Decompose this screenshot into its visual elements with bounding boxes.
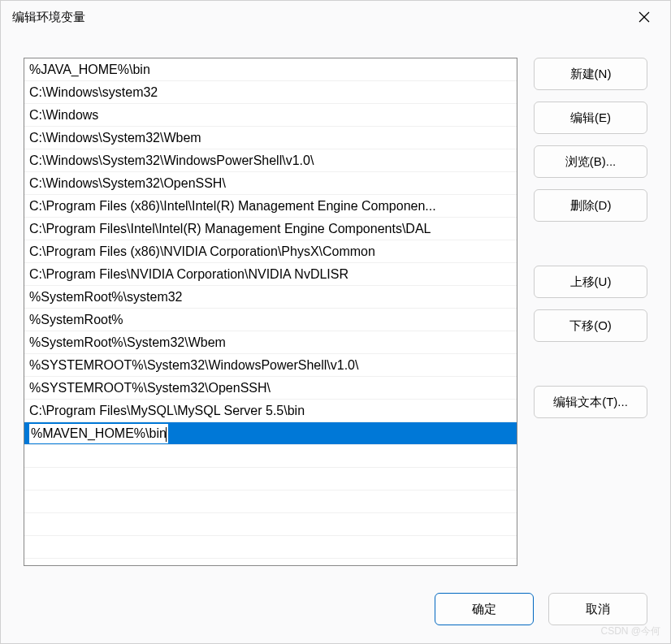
list-item[interactable]: C:\Program Files (x86)\NVIDIA Corporatio… xyxy=(24,240,517,263)
watermark: CSDN @今何 xyxy=(600,625,660,638)
window-title: 编辑环境变量 xyxy=(12,10,85,25)
list-item[interactable]: %SystemRoot%\system32 xyxy=(24,286,517,309)
browse-button[interactable]: 浏览(B)... xyxy=(534,145,647,178)
titlebar: 编辑环境变量 xyxy=(1,1,670,33)
list-item-empty xyxy=(24,536,517,559)
footer: 确定 取消 xyxy=(1,583,670,643)
list-item[interactable]: C:\Program Files\NVIDIA Corporation\NVID… xyxy=(24,263,517,286)
list-item[interactable]: C:\Windows\System32\OpenSSH\ xyxy=(24,172,517,195)
delete-button[interactable]: 删除(D) xyxy=(534,189,647,222)
ok-button[interactable]: 确定 xyxy=(435,593,534,625)
edit-button[interactable]: 编辑(E) xyxy=(534,102,647,134)
list-item[interactable]: C:\Program Files\MySQL\MySQL Server 5.5\… xyxy=(24,400,517,422)
list-item[interactable]: %MAVEN_HOME%\bin xyxy=(24,422,517,445)
edit-field[interactable]: %MAVEN_HOME%\bin xyxy=(29,424,168,443)
list-item[interactable]: %JAVA_HOME%\bin xyxy=(24,58,517,81)
list-item[interactable]: %SYSTEMROOT%\System32\OpenSSH\ xyxy=(24,377,517,400)
list-item[interactable]: %SYSTEMROOT%\System32\WindowsPowerShell\… xyxy=(24,354,517,377)
close-icon xyxy=(639,11,650,23)
move-up-button[interactable]: 上移(U) xyxy=(534,266,647,298)
cancel-button[interactable]: 取消 xyxy=(548,593,647,625)
list-item[interactable]: %SystemRoot%\System32\Wbem xyxy=(24,331,517,354)
new-button[interactable]: 新建(N) xyxy=(534,58,647,90)
list-item-empty xyxy=(24,445,517,468)
close-button[interactable] xyxy=(630,6,659,28)
list-item[interactable]: C:\Windows\System32\Wbem xyxy=(24,127,517,149)
list-item[interactable]: C:\Windows xyxy=(24,104,517,127)
move-down-button[interactable]: 下移(O) xyxy=(534,309,647,342)
content-area: %JAVA_HOME%\binC:\Windows\system32C:\Win… xyxy=(1,33,670,583)
spacer xyxy=(534,233,647,254)
list-item[interactable]: C:\Windows\system32 xyxy=(24,81,517,104)
button-panel: 新建(N) 编辑(E) 浏览(B)... 删除(D) 上移(U) 下移(O) 编… xyxy=(534,58,647,575)
list-item-empty xyxy=(24,513,517,536)
list-item[interactable]: C:\Windows\System32\WindowsPowerShell\v1… xyxy=(24,149,517,172)
spacer xyxy=(534,353,647,374)
path-list[interactable]: %JAVA_HOME%\binC:\Windows\system32C:\Win… xyxy=(24,58,517,566)
dialog-window: 编辑环境变量 %JAVA_HOME%\binC:\Windows\system3… xyxy=(0,0,671,644)
list-item[interactable]: %SystemRoot% xyxy=(24,309,517,331)
edit-text-button[interactable]: 编辑文本(T)... xyxy=(534,386,647,418)
list-item[interactable]: C:\Program Files (x86)\Intel\Intel(R) Ma… xyxy=(24,195,517,218)
list-item-empty xyxy=(24,491,517,513)
list-item[interactable]: C:\Program Files\Intel\Intel(R) Manageme… xyxy=(24,218,517,240)
list-item-empty xyxy=(24,468,517,491)
